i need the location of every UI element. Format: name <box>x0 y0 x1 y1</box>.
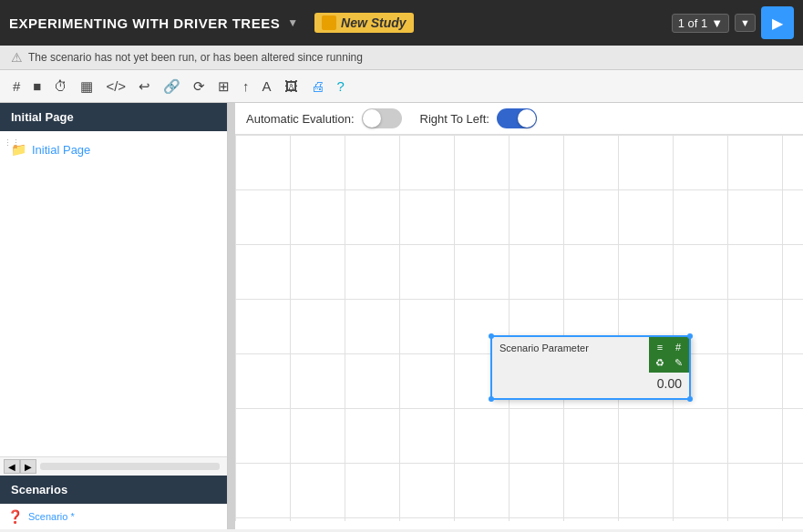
question-icon: ❓ <box>7 509 23 524</box>
pages-section-header: Initial Page <box>0 103 227 131</box>
scenario-label[interactable]: Scenario * <box>28 511 75 522</box>
toolbar-upload-btn[interactable]: ↑ <box>237 75 255 97</box>
node-card-header: Scenario Parameter ≡ # ♻ ✎ <box>492 337 689 373</box>
auto-eval-toggle[interactable] <box>362 108 402 128</box>
toolbar-undo-btn[interactable]: ↩ <box>133 75 156 98</box>
canvas-toolbar: Automatic Evalution: Right To Left: <box>235 103 803 135</box>
play-button[interactable]: ▶ <box>761 6 794 39</box>
toolbar-chart-btn[interactable]: ▦ <box>75 75 98 98</box>
toolbar-link-btn[interactable]: 🔗 <box>158 75 186 98</box>
right-to-left-label: Right To Left: <box>420 112 489 126</box>
node-action-hash[interactable]: # <box>670 340 686 354</box>
toolbar-code-btn[interactable]: </> <box>100 75 131 97</box>
study-badge[interactable]: New Study <box>314 13 414 33</box>
sidebar-item-initial-page[interactable]: 📁 Initial Page <box>4 138 223 160</box>
corner-dot-br <box>687 396 693 402</box>
toolbar-image-btn[interactable]: 🖼 <box>279 75 304 97</box>
sidebar-scroll-right[interactable]: ▶ <box>20 459 36 474</box>
node-value: 0.00 <box>657 376 682 391</box>
warning-icon: ⚠ <box>11 50 23 65</box>
pagination-extra-dropdown[interactable]: ▼ <box>735 14 756 32</box>
sidebar-scroll-left[interactable]: ◀ <box>4 459 20 474</box>
grid-canvas: Scenario Parameter ≡ # ♻ ✎ 0.00 <box>235 135 803 521</box>
toolbar-table-btn[interactable]: ⊞ <box>212 75 235 98</box>
pagination-controls: 1 of 1 ▼ ▼ ▶ <box>672 6 794 39</box>
toolbar-print-btn[interactable]: 🖨 <box>305 75 330 97</box>
node-title: Scenario Parameter <box>499 343 642 353</box>
right-to-left-option: Right To Left: <box>420 108 537 128</box>
sidebar: Initial Page ⋮⋮ 📁 Initial Page ◀ ▶ Scena… <box>0 103 228 529</box>
pagination-display[interactable]: 1 of 1 ▼ <box>672 14 729 33</box>
corner-dot-tr <box>687 333 693 339</box>
node-actions: ≡ # ♻ ✎ <box>649 337 689 373</box>
toolbar-clock-btn[interactable]: ⏱ <box>48 75 73 97</box>
toolbar-refresh-btn[interactable]: ⟳ <box>188 75 211 98</box>
toolbar: # ■ ⏱ ▦ </> ↩ 🔗 ⟳ ⊞ ↑ A 🖼 🖨 ? <box>0 70 803 103</box>
app-header: EXPERIMENTING WITH DRIVER TREES ▼ New St… <box>0 0 803 46</box>
right-to-left-knob <box>518 109 536 128</box>
node-card[interactable]: Scenario Parameter ≡ # ♻ ✎ 0.00 <box>490 335 691 400</box>
right-to-left-toggle[interactable] <box>497 108 537 128</box>
sidebar-pages-content: ⋮⋮ 📁 Initial Page <box>0 131 227 456</box>
node-action-menu[interactable]: ≡ <box>652 340 668 354</box>
toolbar-block-btn[interactable]: ■ <box>27 75 46 97</box>
canvas-area: Automatic Evalution: Right To Left: <box>235 103 803 529</box>
study-badge-icon <box>322 15 336 30</box>
corner-dot-tl <box>489 333 494 339</box>
pagination-arrow: ▼ <box>711 16 723 30</box>
app-title: EXPERIMENTING WITH DRIVER TREES <box>9 15 280 31</box>
toolbar-help-btn[interactable]: ? <box>332 75 350 97</box>
auto-eval-option: Automatic Evalution: <box>246 108 402 128</box>
warning-bar: ⚠ The scenario has not yet been run, or … <box>0 46 803 70</box>
sidebar-page-label: Initial Page <box>32 143 90 157</box>
sidebar-dots: ⋮⋮ <box>4 138 20 148</box>
sidebar-scrollbar[interactable] <box>40 463 220 470</box>
node-action-edit[interactable]: ✎ <box>670 355 686 370</box>
warning-text: The scenario has not yet been run, or ha… <box>28 51 363 64</box>
pagination-text: 1 of 1 <box>678 16 708 30</box>
study-name: New Study <box>341 15 407 30</box>
main-layout: Initial Page ⋮⋮ 📁 Initial Page ◀ ▶ Scena… <box>0 103 803 529</box>
title-dropdown-arrow[interactable]: ▼ <box>287 16 298 29</box>
toolbar-text-btn[interactable]: A <box>257 75 277 97</box>
node-action-row-1: ≡ # <box>652 340 686 354</box>
node-title-area: Scenario Parameter <box>492 337 649 373</box>
scenarios-section-header: Scenarios <box>0 476 227 504</box>
sidebar-scroll-area: ◀ ▶ <box>0 456 227 476</box>
sidebar-scenarios-content: ❓ Scenario * <box>0 504 227 529</box>
node-value-area: 0.00 <box>492 373 689 398</box>
play-icon: ▶ <box>772 15 783 32</box>
node-action-row-2: ♻ ✎ <box>652 355 686 370</box>
resize-handle[interactable] <box>228 103 235 529</box>
toolbar-hash-btn[interactable]: # <box>7 75 26 97</box>
auto-eval-knob <box>363 109 381 128</box>
corner-dot-bl <box>489 396 494 402</box>
auto-eval-label: Automatic Evalution: <box>246 112 355 126</box>
node-action-recycle[interactable]: ♻ <box>652 355 668 370</box>
